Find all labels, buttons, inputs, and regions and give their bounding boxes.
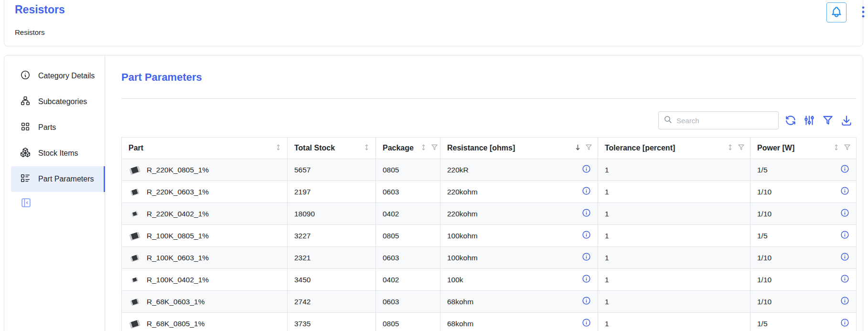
resistance-value: 100kohm — [447, 254, 478, 262]
column-header-part[interactable]: Part — [122, 138, 288, 159]
resistance-value: 68kohm — [447, 320, 473, 328]
info-circle-icon — [20, 70, 31, 82]
total-stock-value: 5657 — [288, 166, 375, 174]
info-icon[interactable] — [840, 230, 849, 241]
info-icon[interactable] — [840, 208, 849, 219]
adjustments-button[interactable] — [803, 114, 815, 127]
column-label: Power [W] — [757, 144, 794, 152]
sort-selector-icon[interactable] — [419, 143, 428, 153]
tolerance-value: 1 — [598, 232, 750, 240]
info-icon[interactable] — [840, 318, 849, 329]
resistance-value: 100kohm — [447, 232, 478, 240]
search-input[interactable] — [676, 117, 767, 125]
column-label: Resistance [ohms] — [447, 144, 515, 152]
column-header-resistance[interactable]: Resistance [ohms] — [440, 138, 598, 159]
sort-selector-icon[interactable] — [726, 143, 734, 153]
column-header-power[interactable]: Power [W] — [750, 138, 857, 159]
power-value: 1/10 — [757, 254, 772, 262]
power-value: 1/5 — [757, 166, 768, 174]
power-value: 1/10 — [757, 188, 772, 196]
sidebar-item-category-details[interactable]: Category Details — [11, 63, 105, 89]
table-row[interactable]: R_68K_0805_1% 3735 0805 68kohm 1 1/5 — [122, 313, 857, 331]
column-header-tolerance[interactable]: Tolerance [percent] — [598, 138, 750, 159]
column-filter-icon[interactable] — [585, 143, 593, 153]
info-icon[interactable] — [840, 164, 849, 175]
table-row[interactable]: R_100K_0402_1% 3450 0402 100k 1 1/10 — [122, 269, 857, 291]
tolerance-value: 1 — [598, 276, 750, 284]
column-header-total-stock[interactable]: Total Stock — [288, 138, 376, 159]
part-parameters-table: Part — [121, 137, 856, 331]
tolerance-value: 1 — [598, 320, 750, 328]
total-stock-value: 3735 — [288, 320, 375, 328]
package-value: 0603 — [376, 298, 440, 306]
total-stock-value: 3227 — [288, 232, 375, 240]
part-name: R_220K_0603_1% — [147, 188, 209, 196]
bell-icon — [830, 6, 843, 20]
sort-selector-icon[interactable] — [363, 143, 371, 153]
sort-desc-icon[interactable] — [574, 143, 582, 153]
refresh-button[interactable] — [784, 114, 797, 127]
info-icon[interactable] — [582, 208, 591, 219]
total-stock-value: 18090 — [288, 210, 375, 218]
total-stock-value: 2742 — [288, 298, 375, 306]
info-icon[interactable] — [582, 318, 591, 329]
info-icon[interactable] — [582, 274, 591, 285]
tolerance-value: 1 — [598, 254, 750, 262]
table-toolbar — [784, 114, 853, 127]
resistance-value: 220kohm — [447, 210, 478, 218]
sidebar-item-label: Part Parameters — [38, 175, 94, 183]
column-header-package[interactable]: Package — [376, 138, 440, 159]
filter-button[interactable] — [822, 114, 834, 127]
info-icon[interactable] — [840, 274, 849, 285]
table-row[interactable]: R_68K_0603_1% 2742 0603 68kohm 1 1/10 — [122, 291, 857, 313]
sidebar-item-label: Parts — [38, 123, 56, 132]
download-button[interactable] — [840, 114, 853, 127]
part-name: R_220K_0402_1% — [147, 210, 209, 218]
sidebar-item-part-parameters[interactable]: Part Parameters — [11, 166, 105, 192]
info-icon[interactable] — [582, 230, 591, 241]
table-row[interactable]: R_220K_0805_1% 5657 0805 220kR 1 1/5 — [122, 159, 857, 181]
info-icon[interactable] — [840, 252, 849, 263]
sidebar-item-label: Stock Items — [38, 149, 78, 158]
notification-button[interactable] — [826, 2, 847, 22]
info-icon[interactable] — [582, 252, 591, 263]
info-icon[interactable] — [840, 186, 849, 197]
sidebar-item-label: Subcategories — [38, 97, 87, 106]
column-label: Tolerance [percent] — [605, 144, 675, 152]
app-root: Resistors Resistors — [0, 0, 868, 331]
table-header-row: Part — [122, 138, 857, 159]
power-value: 1/10 — [757, 210, 772, 218]
sidebar-item-parts[interactable]: Parts — [11, 115, 105, 140]
table-row[interactable]: R_220K_0402_1% 18090 0402 220kohm 1 1/10 — [122, 203, 857, 225]
info-icon[interactable] — [582, 186, 591, 197]
info-icon[interactable] — [840, 296, 849, 307]
info-icon[interactable] — [582, 164, 591, 175]
filter-icon — [822, 121, 834, 128]
breadcrumb[interactable]: Resistors — [15, 28, 45, 36]
part-thumbnail — [131, 211, 138, 216]
table-row[interactable]: R_100K_0603_1% 2321 0603 100kohm 1 1/10 — [122, 247, 857, 269]
page-header: Resistors Resistors — [4, 0, 863, 46]
power-value: 1/5 — [757, 232, 768, 240]
part-name: R_68K_0603_1% — [147, 298, 205, 306]
power-value: 1/10 — [757, 298, 772, 306]
info-icon[interactable] — [582, 296, 591, 307]
table-row[interactable]: R_100K_0805_1% 3227 0805 100kohm 1 1/5 — [122, 225, 857, 247]
column-filter-icon[interactable] — [430, 143, 439, 153]
download-icon — [840, 121, 853, 128]
sidebar-item-subcategories[interactable]: Subcategories — [11, 89, 105, 115]
column-filter-icon[interactable] — [843, 143, 851, 153]
total-stock-value: 2321 — [288, 254, 375, 262]
part-name: R_220K_0805_1% — [147, 166, 209, 174]
table-row[interactable]: R_220K_0603_1% 2197 0603 220kohm 1 1/10 — [122, 181, 857, 203]
sort-selector-icon[interactable] — [832, 143, 840, 153]
sidebar-collapse-button[interactable] — [20, 197, 32, 209]
overflow-menu-button[interactable] — [857, 3, 868, 22]
sidebar-item-stock-items[interactable]: Stock Items — [11, 140, 105, 166]
sort-selector-icon[interactable] — [274, 143, 282, 153]
package-value: 0805 — [376, 166, 440, 174]
column-filter-icon[interactable] — [737, 143, 745, 153]
panel-divider — [121, 98, 856, 99]
tolerance-value: 1 — [598, 298, 750, 306]
panel-title: Part Parameters — [121, 71, 202, 84]
